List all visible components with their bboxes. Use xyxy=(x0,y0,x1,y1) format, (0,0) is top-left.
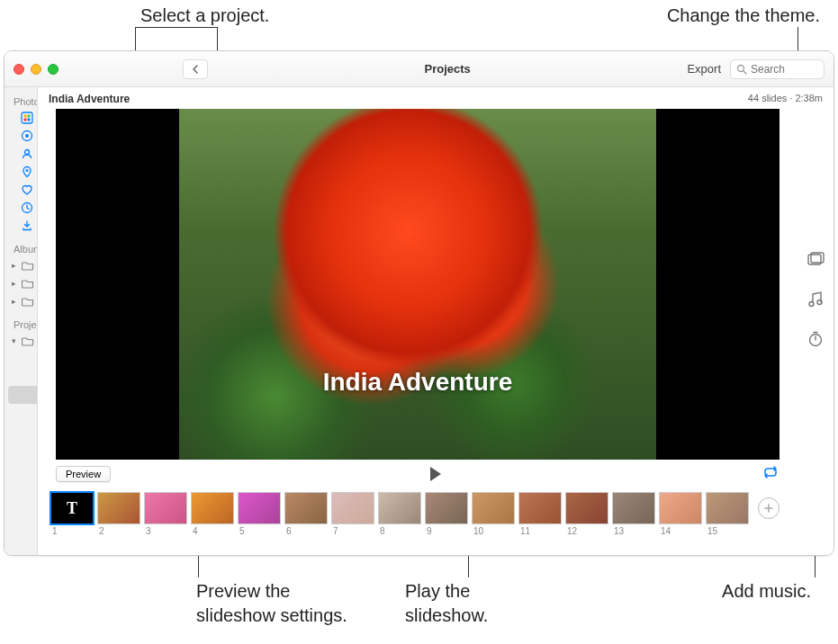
thumbnail[interactable]: 15 xyxy=(706,492,749,536)
export-button[interactable]: Export xyxy=(687,62,721,76)
thumbnail[interactable]: 11 xyxy=(518,492,562,536)
sidebar-item-india-adventure[interactable]: India Adventure xyxy=(8,386,38,404)
theme-button[interactable] xyxy=(805,249,826,271)
thumbnail-number: 9 xyxy=(425,526,432,536)
titlebar: Projects Export xyxy=(5,51,833,87)
preview-button[interactable]: Preview xyxy=(56,466,111,482)
sidebar-section-photos: Photos xyxy=(5,93,37,109)
search-input[interactable] xyxy=(751,63,818,76)
callout-select-project: Select a project. xyxy=(140,4,269,28)
thumbnail-number: 13 xyxy=(612,526,624,536)
svg-point-10 xyxy=(26,169,29,172)
loop-button[interactable] xyxy=(761,465,779,483)
thumbnail[interactable]: 12 xyxy=(565,492,608,536)
theme-icon xyxy=(806,250,825,270)
sidebar-item-visit-to-lisbon[interactable]: Visit to Lisbon xyxy=(5,350,38,368)
app-window: Projects Export Photos Library Memories … xyxy=(4,50,834,556)
slideshow-preview[interactable]: India Adventure xyxy=(56,109,779,460)
thumbnail-title-slide[interactable]: T 1 xyxy=(50,492,94,536)
thumbnail-number: 15 xyxy=(706,526,717,536)
sidebar-item-people[interactable]: People xyxy=(5,145,37,163)
thumbnail[interactable]: 9 xyxy=(425,492,468,536)
thumbnail[interactable]: 14 xyxy=(659,492,702,536)
search-icon xyxy=(736,64,747,75)
thumbnail-number: 6 xyxy=(284,526,292,536)
sidebar: Photos Library Memories People Places Fa… xyxy=(5,87,38,555)
svg-rect-4 xyxy=(28,115,31,118)
thumbnail-number: 10 xyxy=(472,526,483,536)
close-window-button[interactable] xyxy=(14,64,24,75)
sidebar-item-exploring-mor[interactable]: Exploring Mor… xyxy=(5,368,38,386)
sidebar-item-imports[interactable]: Imports xyxy=(5,217,37,235)
sidebar-item-media-types[interactable]: ▸ Media Types xyxy=(5,256,37,274)
places-icon xyxy=(21,165,33,178)
project-title: India Adventure xyxy=(49,93,130,105)
window-controls xyxy=(14,64,59,75)
back-button[interactable] xyxy=(183,59,208,79)
thumbnail-number: 12 xyxy=(565,526,577,536)
maximize-window-button[interactable] xyxy=(48,64,59,75)
timer-icon xyxy=(806,330,824,348)
sidebar-item-my-albums[interactable]: ▸ My Albums xyxy=(5,292,37,310)
sidebar-section-albums: Albums xyxy=(5,240,37,256)
window-title: Projects xyxy=(208,62,687,76)
svg-rect-3 xyxy=(24,115,27,118)
svg-point-0 xyxy=(738,65,744,71)
thumbnail-number: 11 xyxy=(518,526,530,536)
duration-button[interactable] xyxy=(805,328,826,350)
thumbnail[interactable]: 5 xyxy=(238,492,281,536)
music-icon xyxy=(806,291,824,309)
music-button[interactable] xyxy=(805,289,826,310)
folder-icon xyxy=(22,277,34,290)
thumbnail[interactable]: 6 xyxy=(284,492,328,536)
thumbnail[interactable]: 4 xyxy=(191,492,234,536)
callout-add-music: Add music. xyxy=(722,579,811,604)
thumbnail[interactable]: 13 xyxy=(612,492,655,536)
svg-point-9 xyxy=(25,150,30,155)
side-tools xyxy=(805,249,826,350)
sidebar-item-my-projects[interactable]: ▾ My Projects xyxy=(5,332,37,350)
callout-preview-settings: Preview the slideshow settings. xyxy=(196,579,347,628)
sidebar-item-library[interactable]: Library xyxy=(5,109,37,127)
chevron-right-icon: ▸ xyxy=(12,261,16,270)
thumbnail[interactable]: 2 xyxy=(97,492,140,536)
sidebar-item-recents[interactable]: Recents xyxy=(5,199,37,217)
project-header: India Adventure 44 slides · 2:38m xyxy=(38,87,833,109)
flower-photo xyxy=(179,109,657,460)
sidebar-item-memories[interactable]: Memories xyxy=(5,127,37,145)
thumbnail-number: 14 xyxy=(659,526,671,536)
thumbnail-number: 5 xyxy=(238,526,245,536)
sidebar-item-favorites[interactable]: Favorites xyxy=(5,181,37,199)
chevron-right-icon: ▸ xyxy=(12,279,16,288)
svg-rect-5 xyxy=(24,119,27,121)
play-button[interactable] xyxy=(430,467,441,481)
thumbnail-number: 2 xyxy=(97,526,104,536)
recents-icon xyxy=(21,201,33,214)
thumbnail[interactable]: 3 xyxy=(144,492,187,536)
folder-icon xyxy=(22,259,34,272)
plus-icon xyxy=(763,503,774,514)
main-content: India Adventure 44 slides · 2:38m India … xyxy=(38,87,833,555)
memories-icon xyxy=(21,130,33,142)
add-photos-button[interactable] xyxy=(758,497,779,519)
thumbnail[interactable]: 7 xyxy=(331,492,374,536)
search-box[interactable] xyxy=(730,59,824,79)
thumbnail[interactable]: 10 xyxy=(472,492,515,536)
sidebar-section-projects: Projects xyxy=(5,316,37,332)
sidebar-item-shared-albums[interactable]: ▸ Shared Albums xyxy=(5,274,37,292)
library-icon xyxy=(21,112,33,124)
minimize-window-button[interactable] xyxy=(31,64,41,75)
thumbnail-number: 3 xyxy=(144,526,151,536)
controls-row: Preview xyxy=(38,460,833,487)
folder-icon xyxy=(22,295,34,308)
thumbnail[interactable]: 8 xyxy=(378,492,421,536)
imports-icon xyxy=(21,219,33,232)
svg-point-8 xyxy=(25,134,29,138)
svg-rect-6 xyxy=(28,119,31,121)
thumbnail-number: 7 xyxy=(331,526,338,536)
svg-line-1 xyxy=(743,71,746,74)
thumbnail-strip: T 1 2 3 4 5 6 7 8 9 10 11 12 13 14 15 xyxy=(38,487,833,540)
sidebar-item-places[interactable]: Places xyxy=(5,163,37,181)
folder-icon xyxy=(22,335,34,347)
chevron-left-icon xyxy=(192,65,199,74)
